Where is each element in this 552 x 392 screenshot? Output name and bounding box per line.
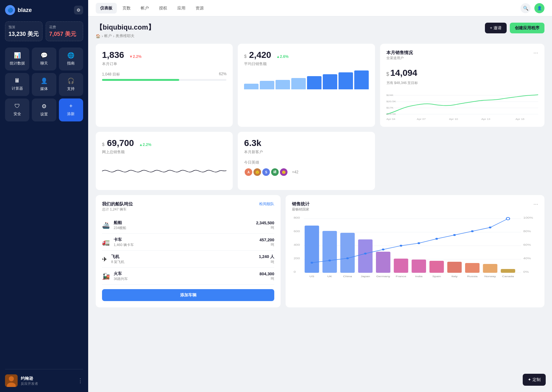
nav-label-media: 媒体 bbox=[40, 86, 48, 92]
top-navigation: 仪表板 页数 帐户 授权 应用 资源 🔍 👤 bbox=[88, 0, 552, 16]
nav-item-media[interactable]: 👤 媒体 bbox=[32, 73, 56, 96]
dot-Norway bbox=[489, 227, 492, 228]
tab-account[interactable]: 帐户 bbox=[136, 3, 153, 14]
bar-UK bbox=[322, 231, 337, 273]
daily-sales-card: $ 2,420 ▲2.6% 平均日销售额 bbox=[238, 44, 375, 127]
chart-title: 销售统计 bbox=[292, 201, 310, 207]
new-customers-card: 6.3k 本月新客户 今日英雄 A 🙂 S 碍 🙂 +42 bbox=[238, 132, 375, 190]
progress-fill bbox=[102, 79, 179, 81]
stats-row-2: $ 69,700 ▲2.2% 网上总销售额 6.3k 本月新客户 今日英雄 bbox=[96, 132, 544, 190]
hero-5: 🙂 bbox=[279, 168, 288, 176]
bar-8 bbox=[354, 70, 369, 89]
tab-dashboard[interactable]: 仪表板 bbox=[96, 3, 117, 14]
svg-text:$24K: $24K bbox=[386, 94, 394, 97]
plane-icon: ✈ bbox=[102, 255, 107, 263]
sales-currency: $ bbox=[386, 71, 389, 77]
train-icon: 🚂 bbox=[102, 272, 110, 280]
nav-item-stats[interactable]: 📊 统计数据 bbox=[5, 48, 29, 70]
tab-pages[interactable]: 页数 bbox=[118, 3, 135, 14]
nav-item-calculator[interactable]: 🖩 计算器 bbox=[5, 73, 29, 96]
truck-unit: 吨 bbox=[259, 242, 274, 247]
main-content: 仪表板 页数 帐户 授权 应用 资源 🔍 👤 【biqubiqu.com】 🏠 … bbox=[88, 0, 552, 392]
sales-subtitle: 全渠道用户 bbox=[386, 56, 413, 60]
plane-count: 8 架飞机 bbox=[111, 260, 124, 264]
nav-item-settings[interactable]: ⚙ 设置 bbox=[32, 98, 56, 121]
svg-text:US: US bbox=[310, 275, 314, 277]
chart-more-button[interactable]: ··· bbox=[533, 201, 538, 208]
fleet-link[interactable]: 检阅舰队 bbox=[259, 201, 274, 207]
expense-card: 花费 7,057 美元 bbox=[46, 21, 83, 41]
sidebar-header: 🔵 blaze ⚙ bbox=[5, 5, 83, 15]
bar-7 bbox=[339, 72, 353, 89]
bar-6 bbox=[323, 74, 337, 89]
customers-number: 6.3k bbox=[244, 138, 261, 148]
breadcrumb-account: 帐户 bbox=[104, 33, 112, 39]
breadcrumb-current: 奥弗维耶夫 bbox=[116, 33, 134, 39]
nav-item-support[interactable]: 🎧 支持 bbox=[59, 73, 83, 96]
plane-name: 飞机 bbox=[111, 254, 124, 260]
create-app-button[interactable]: 创建应用程序 bbox=[510, 23, 544, 33]
dot-Italy bbox=[453, 234, 456, 236]
budget-label: 预算 bbox=[9, 25, 39, 30]
fleet-subtitle: 总计 1,247 辆车 bbox=[102, 207, 133, 212]
nav-item-chat[interactable]: 💬 聊天 bbox=[32, 48, 56, 70]
svg-text:400: 400 bbox=[293, 243, 300, 246]
plane-amount: 1,240 人 吨 bbox=[259, 254, 274, 264]
sidebar-settings-button[interactable]: ⚙ bbox=[74, 6, 83, 14]
bar-China bbox=[340, 233, 355, 273]
svg-text:Germany: Germany bbox=[376, 275, 390, 277]
sales-more-button[interactable]: ··· bbox=[533, 50, 538, 57]
bar-US bbox=[305, 226, 319, 273]
dot-Germany bbox=[382, 249, 384, 250]
svg-text:$13.5K: $13.5K bbox=[386, 113, 396, 115]
fleet-item-ship: 🚢 船舶 234艘船 2,345,500 吨 bbox=[102, 217, 274, 234]
bar-Germany bbox=[376, 252, 390, 273]
dot-Canada bbox=[506, 217, 510, 220]
online-change: ▲2.2% bbox=[139, 143, 151, 147]
train-amount: 804,300 吨 bbox=[259, 272, 274, 281]
bar-Spain bbox=[430, 261, 444, 273]
nav-item-guide[interactable]: 🌐 指南 bbox=[59, 48, 83, 70]
ship-unit: 吨 bbox=[256, 225, 274, 230]
plane-info: 飞机 8 架飞机 bbox=[111, 254, 124, 264]
add-vehicle-button[interactable]: 添加车辆 bbox=[102, 289, 274, 301]
svg-text:600: 600 bbox=[293, 230, 300, 233]
bar-Italy bbox=[447, 262, 462, 273]
hero-1: A bbox=[244, 168, 253, 176]
heroes-avatars: A 🙂 S 碍 🙂 +42 bbox=[244, 168, 368, 176]
user-menu-button[interactable]: ⋮ bbox=[77, 377, 83, 384]
bar-3 bbox=[276, 80, 290, 89]
fleet-title-section: 我们的船队吨位 总计 1,247 辆车 bbox=[102, 201, 133, 212]
guide-icon: 🌐 bbox=[67, 52, 74, 59]
nav-item-add[interactable]: + 添新 bbox=[59, 98, 83, 121]
nav-label-stats: 统计数据 bbox=[10, 61, 25, 66]
user-name: 约翰逊 bbox=[21, 376, 38, 381]
ship-amount: 2,345,500 吨 bbox=[256, 221, 274, 230]
user-avatar bbox=[5, 374, 18, 387]
sales-stats-card: 销售统计 最畅销国家 ··· 800 600 400 200 0 bbox=[286, 195, 544, 307]
svg-text:Spain: Spain bbox=[432, 275, 441, 277]
svg-text:Apr 07: Apr 07 bbox=[417, 118, 425, 120]
nav-item-security[interactable]: 🛡 安全 bbox=[5, 98, 29, 121]
orders-card: 1,836 ▼2.2% 本月订单 1,048 目标 62% bbox=[96, 44, 233, 127]
bottom-row: 我们的船队吨位 总计 1,247 辆车 检阅舰队 🚢 船舶 234艘船 2,34… bbox=[96, 195, 544, 307]
orders-number: 1,836 bbox=[102, 50, 124, 60]
customize-button[interactable]: ✦ 定制 bbox=[523, 374, 546, 386]
online-label: 网上总销售额 bbox=[102, 149, 226, 155]
ship-name: 船舶 bbox=[114, 220, 126, 226]
truck-count: 1,460 辆卡车 bbox=[114, 243, 134, 247]
daily-number: 2,420 bbox=[249, 50, 271, 60]
sales-sub-text: 另有 $48,346 至目标 bbox=[386, 81, 538, 85]
topnav-right: 🔍 👤 bbox=[521, 3, 544, 13]
daily-label: 平均日销售额 bbox=[244, 61, 368, 67]
daily-change: ▲2.6% bbox=[276, 54, 288, 59]
page-actions: + 邀请 创建应用程序 bbox=[485, 23, 544, 33]
tab-apps[interactable]: 应用 bbox=[173, 3, 190, 14]
invite-button[interactable]: + 邀请 bbox=[485, 23, 507, 33]
tab-auth[interactable]: 授权 bbox=[155, 3, 172, 14]
svg-text:Japan: Japan bbox=[361, 275, 370, 277]
search-button[interactable]: 🔍 bbox=[521, 3, 531, 13]
svg-text:0: 0 bbox=[293, 270, 296, 273]
tab-resources[interactable]: 资源 bbox=[191, 3, 208, 14]
nav-grid: 📊 统计数据 💬 聊天 🌐 指南 🖩 计算器 👤 媒体 🎧 支持 🛡 安全 ⚙ bbox=[5, 48, 83, 121]
